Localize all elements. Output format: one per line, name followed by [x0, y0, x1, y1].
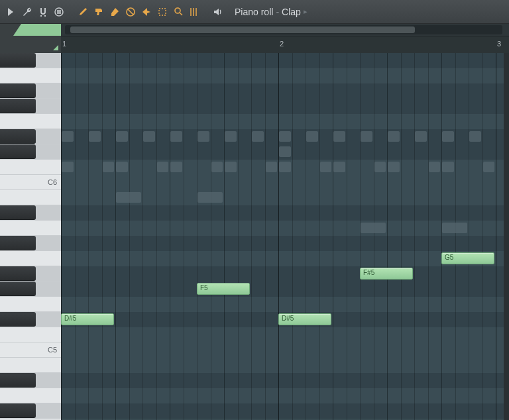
select-icon[interactable] — [155, 5, 170, 19]
ghost-note — [225, 131, 237, 142]
svg-rect-2 — [159, 9, 166, 15]
black-key[interactable] — [0, 83, 36, 98]
magnet-icon[interactable] — [36, 5, 50, 19]
ghost-note — [89, 131, 101, 142]
note-grid[interactable]: D#5F5D#5F#5G5 — [61, 53, 509, 420]
ghost-note — [429, 162, 441, 172]
mute-icon[interactable] — [123, 5, 138, 19]
ghost-note — [361, 223, 386, 233]
black-key[interactable] — [0, 282, 36, 296]
ghost-note — [415, 131, 427, 142]
scrollbar-horizontal-thumb[interactable] — [70, 26, 415, 33]
corner-resize-icon[interactable] — [53, 45, 58, 50]
paint-icon[interactable] — [91, 5, 106, 19]
ghost-note — [374, 162, 386, 172]
title-channel: Clap — [282, 7, 301, 17]
scrollbar-horizontal[interactable] — [65, 25, 502, 34]
ghost-note — [333, 162, 345, 172]
note[interactable]: F#5 — [360, 268, 413, 280]
ghost-note — [170, 162, 182, 172]
black-key[interactable] — [0, 53, 36, 68]
ghost-note — [211, 162, 223, 172]
ghost-note — [320, 162, 332, 172]
ghost-note — [116, 131, 128, 142]
ghost-note — [170, 131, 182, 142]
ghost-note — [225, 162, 237, 172]
draw-icon[interactable] — [76, 5, 90, 19]
ghost-note — [62, 162, 74, 172]
black-key[interactable] — [0, 144, 36, 159]
ghost-note — [279, 131, 291, 142]
bar-number: 3 — [497, 40, 501, 48]
ghost-note — [198, 131, 209, 142]
menu-icon[interactable] — [52, 5, 66, 19]
ghost-note — [388, 162, 400, 172]
zoom-icon[interactable] — [171, 5, 186, 19]
bar-number: 1 — [62, 40, 66, 48]
black-key[interactable] — [0, 403, 36, 418]
key-label: C6 — [48, 178, 57, 186]
svg-point-3 — [175, 8, 180, 13]
ghost-note — [157, 162, 169, 172]
ghost-note — [442, 131, 454, 142]
black-key[interactable] — [0, 236, 36, 250]
ghost-note — [198, 192, 223, 203]
ghost-note — [469, 131, 481, 142]
black-key[interactable] — [0, 312, 36, 327]
ghost-note — [266, 162, 278, 172]
key-label: C5 — [48, 346, 57, 354]
black-key[interactable] — [0, 99, 36, 113]
ghost-note — [279, 162, 291, 172]
bar-number: 2 — [280, 40, 284, 48]
speaker-icon[interactable] — [211, 5, 225, 19]
black-key[interactable] — [0, 266, 36, 281]
ghost-note — [279, 146, 291, 157]
ghost-note — [306, 131, 318, 142]
ghost-note — [143, 131, 155, 142]
ghost-note — [483, 162, 495, 172]
piano-keyboard[interactable]: C6C5 — [0, 53, 61, 420]
note[interactable]: G5 — [441, 252, 494, 264]
title-sep: - — [276, 7, 279, 17]
ruler-row: 123 — [0, 24, 509, 53]
note[interactable]: D#5 — [61, 313, 114, 325]
wrench-icon[interactable] — [20, 5, 34, 19]
note[interactable]: F5 — [197, 283, 250, 295]
ghost-note — [103, 162, 115, 172]
ghost-note — [116, 162, 128, 172]
ghost-note — [442, 162, 454, 172]
ghost-note — [252, 131, 264, 142]
ghost-note — [388, 131, 400, 142]
ghost-note — [116, 192, 141, 203]
ghost-note — [361, 131, 372, 142]
channel-tab[interactable] — [13, 24, 61, 36]
chevron-right-icon[interactable]: ▸ — [304, 7, 308, 16]
play-menu-icon[interactable] — [4, 5, 19, 19]
window-title: Piano roll - Clap ▸ — [235, 7, 308, 17]
title-prefix: Piano roll — [235, 7, 273, 17]
black-key[interactable] — [0, 129, 36, 144]
corner-tools[interactable] — [0, 24, 61, 53]
ghost-note — [62, 131, 74, 142]
black-key[interactable] — [0, 205, 36, 220]
note[interactable]: D#5 — [278, 313, 331, 325]
erase-icon[interactable] — [107, 5, 122, 19]
scrollbar-vertical[interactable] — [504, 53, 509, 420]
toolbar: Piano roll - Clap ▸ — [0, 0, 509, 24]
slice-icon[interactable] — [139, 5, 154, 19]
time-ruler[interactable]: 123 — [61, 36, 509, 53]
black-key[interactable] — [0, 373, 36, 388]
ghost-note — [333, 131, 345, 142]
ghost-note — [442, 223, 467, 233]
playback-icon[interactable] — [187, 5, 201, 19]
